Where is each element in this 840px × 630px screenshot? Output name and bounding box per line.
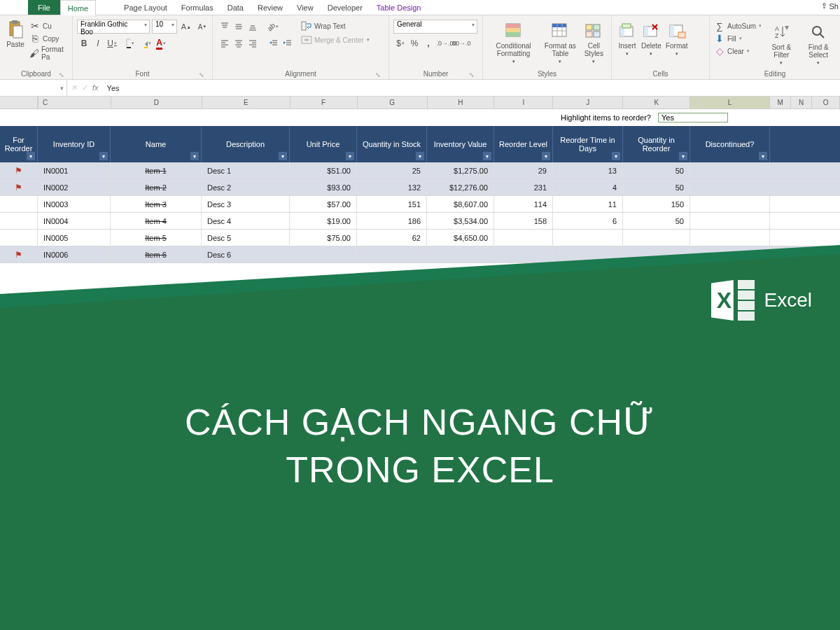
col-header-g[interactable]: G bbox=[358, 97, 428, 108]
cell-name[interactable]: Item 3 bbox=[111, 196, 202, 212]
cell-flag[interactable]: ⚑ bbox=[0, 162, 38, 178]
cell-flag[interactable] bbox=[0, 230, 38, 246]
cell-inventory-id[interactable]: IN0006 bbox=[38, 246, 111, 262]
fill-color-button[interactable] bbox=[140, 36, 154, 50]
cell-description[interactable]: Desc 6 bbox=[202, 246, 290, 262]
font-size-combo[interactable]: 10 bbox=[152, 20, 177, 34]
decrease-font-button[interactable]: A▼ bbox=[195, 20, 209, 34]
cell-quantity[interactable]: 25 bbox=[357, 162, 427, 178]
delete-cells-button[interactable]: Delete▾ bbox=[640, 18, 663, 59]
fill-button[interactable]: ⬇Fill bbox=[714, 32, 762, 45]
col-header-k[interactable]: K bbox=[623, 97, 690, 108]
cell-discontinued[interactable] bbox=[690, 162, 770, 178]
th-inventory-id[interactable]: Inventory ID▾ bbox=[38, 126, 111, 162]
cell-flag[interactable]: ⚑ bbox=[0, 246, 38, 262]
cell-reorder-level[interactable]: 231 bbox=[494, 179, 553, 195]
cell-reorder-days[interactable]: 6 bbox=[553, 213, 623, 229]
cell-discontinued[interactable] bbox=[690, 179, 770, 195]
cell-unit-price[interactable]: $57.00 bbox=[290, 196, 357, 212]
th-flag[interactable]: For Reorder▾ bbox=[0, 126, 38, 162]
sort-filter-button[interactable]: AZSort & Filter▾ bbox=[766, 20, 797, 69]
cell-description[interactable]: Desc 1 bbox=[202, 162, 290, 178]
cell-discontinued[interactable] bbox=[690, 230, 770, 246]
col-header-d[interactable]: D bbox=[111, 97, 202, 108]
filter-arrow-icon[interactable]: ▾ bbox=[346, 152, 354, 160]
tab-page-layout[interactable]: Page Layout bbox=[117, 0, 174, 15]
cell-description[interactable]: Desc 3 bbox=[202, 196, 290, 212]
highlight-value-cell[interactable]: Yes bbox=[658, 113, 728, 122]
cell-flag[interactable]: ⚑ bbox=[0, 179, 38, 195]
cell-unit-price[interactable]: $51.00 bbox=[290, 162, 357, 178]
enter-formula-icon[interactable]: ✓ bbox=[82, 83, 88, 92]
font-dialog-launcher[interactable]: ⤡ bbox=[199, 71, 207, 80]
table-row[interactable]: IN0005Item 5Desc 5$75.0062$4,650.00 bbox=[0, 230, 840, 246]
cell-name[interactable]: Item 6 bbox=[111, 246, 202, 262]
cell-unit-price[interactable]: $75.00 bbox=[290, 230, 357, 246]
th-unit-price[interactable]: Unit Price▾ bbox=[290, 126, 357, 162]
th-description[interactable]: Description▾ bbox=[202, 126, 290, 162]
border-button[interactable] bbox=[123, 36, 137, 50]
underline-button[interactable]: U bbox=[105, 36, 119, 50]
col-header-j[interactable]: J bbox=[553, 97, 623, 108]
cell-styles-button[interactable]: Cell Styles▾ bbox=[581, 18, 607, 67]
clear-button[interactable]: ◇Clear bbox=[714, 45, 762, 57]
cell-quantity[interactable]: 186 bbox=[357, 213, 427, 229]
merge-center-button[interactable]: Merge & Center bbox=[301, 34, 370, 46]
comma-button[interactable]: , bbox=[421, 36, 435, 50]
cell-inventory-value[interactable] bbox=[427, 246, 494, 262]
filter-arrow-icon[interactable]: ▾ bbox=[27, 152, 35, 160]
cell-description[interactable]: Desc 4 bbox=[202, 213, 290, 229]
col-header-m[interactable]: M bbox=[770, 97, 791, 108]
cell-reorder-level[interactable] bbox=[494, 230, 553, 246]
cell-reorder-qty[interactable]: 50 bbox=[623, 162, 690, 178]
filter-arrow-icon[interactable]: ▾ bbox=[483, 152, 491, 160]
percent-button[interactable]: % bbox=[407, 36, 421, 50]
col-header-i[interactable]: I bbox=[494, 97, 553, 108]
table-row[interactable]: ⚑IN0002Item 2Desc 2$93.00132$12,276.0023… bbox=[0, 179, 840, 196]
align-left-button[interactable] bbox=[217, 36, 231, 50]
align-right-button[interactable] bbox=[245, 36, 259, 50]
cell-name[interactable]: Item 1 bbox=[111, 162, 202, 178]
cell-reorder-level[interactable]: 29 bbox=[494, 162, 553, 178]
align-bottom-button[interactable] bbox=[245, 20, 259, 34]
fx-button[interactable]: fx bbox=[92, 83, 99, 92]
cell-inventory-value[interactable]: $8,607.00 bbox=[427, 196, 494, 212]
cell-reorder-qty[interactable] bbox=[623, 230, 690, 246]
italic-button[interactable]: I bbox=[91, 36, 105, 50]
cell-inventory-value[interactable]: $12,276.00 bbox=[427, 179, 494, 195]
col-header-l[interactable]: L bbox=[690, 97, 770, 108]
tab-view[interactable]: View bbox=[290, 0, 321, 15]
cell-name[interactable]: Item 2 bbox=[111, 179, 202, 195]
format-cells-button[interactable]: Format▾ bbox=[664, 18, 690, 59]
cell-name[interactable]: Item 5 bbox=[111, 230, 202, 246]
formula-input[interactable]: Yes bbox=[103, 84, 120, 92]
filter-arrow-icon[interactable]: ▾ bbox=[759, 152, 767, 160]
table-row[interactable]: ⚑IN0001Item 1Desc 1$51.0025$1,275.002913… bbox=[0, 162, 840, 179]
autosum-button[interactable]: ∑AutoSum bbox=[714, 20, 762, 32]
increase-font-button[interactable]: A▲ bbox=[179, 20, 193, 34]
cell-inventory-id[interactable]: IN0004 bbox=[38, 213, 111, 229]
cell-inventory-value[interactable]: $4,650.00 bbox=[427, 230, 494, 246]
cut-button[interactable]: ✂Cu bbox=[29, 20, 68, 32]
conditional-formatting-button[interactable]: Conditional Formatting▾ bbox=[487, 18, 540, 67]
th-quantity-stock[interactable]: Quantity in Stock▾ bbox=[357, 126, 427, 162]
increase-indent-button[interactable] bbox=[280, 36, 294, 50]
font-family-combo[interactable]: Franklin Gothic Boo bbox=[77, 20, 150, 34]
th-reorder-qty[interactable]: Quantity in Reorder▾ bbox=[623, 126, 690, 162]
col-header-n[interactable]: N bbox=[791, 97, 812, 108]
bold-button[interactable]: B bbox=[77, 36, 91, 50]
filter-arrow-icon[interactable]: ▾ bbox=[99, 152, 108, 160]
cell-flag[interactable] bbox=[0, 213, 38, 229]
font-color-button[interactable]: A bbox=[154, 36, 168, 50]
filter-arrow-icon[interactable]: ▾ bbox=[679, 152, 687, 160]
filter-arrow-icon[interactable]: ▾ bbox=[279, 152, 287, 160]
cell-reorder-days[interactable]: 13 bbox=[553, 162, 623, 178]
align-center-button[interactable] bbox=[231, 36, 245, 50]
cell-reorder-qty[interactable]: 50 bbox=[623, 213, 690, 229]
cell-inventory-id[interactable]: IN0005 bbox=[38, 230, 111, 246]
th-reorder-level[interactable]: Reorder Level▾ bbox=[494, 126, 553, 162]
tab-file[interactable]: File bbox=[28, 0, 60, 15]
filter-arrow-icon[interactable]: ▾ bbox=[542, 152, 550, 160]
clipboard-dialog-launcher[interactable]: ⤡ bbox=[59, 71, 67, 80]
tab-table-design[interactable]: Table Design bbox=[370, 0, 428, 15]
